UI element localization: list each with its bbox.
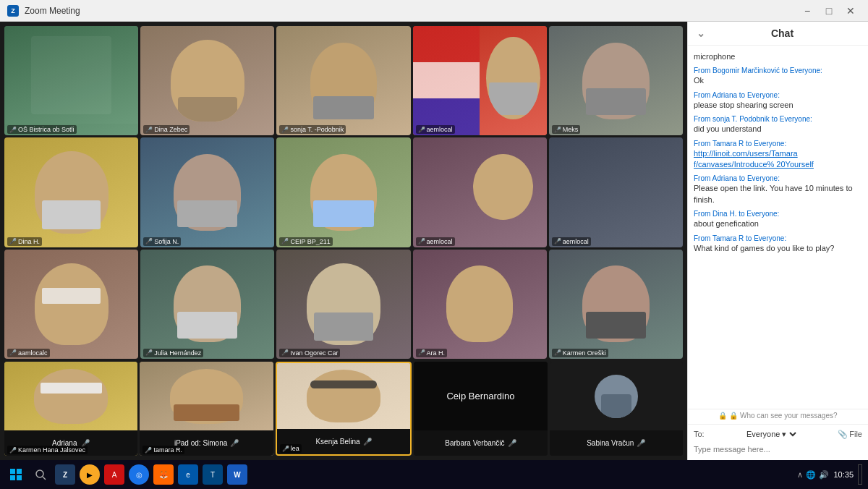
name-v14: Ara H. (427, 349, 446, 357)
name-b1: Karmen Hana Jalsovec (18, 446, 85, 454)
video-cell-v14[interactable]: 🎤 Ara H. (413, 250, 547, 359)
video-cell-b2[interactable]: iPad od: Simona 🎤 🎤 tamara R. (140, 362, 273, 456)
volume-icon[interactable]: 🔊 (819, 470, 829, 480)
mic-bottom-b5: 🎤 (637, 439, 645, 447)
chat-sender-5: From Adriana to Everyone: (694, 174, 862, 182)
video-cell-v12[interactable]: 🎤 Julia Hernández (140, 250, 274, 359)
face-v1 (4, 26, 138, 124)
video-cell-b4[interactable]: Ceip Bernardino Barbara Verbančič 🎤 🎤 (414, 362, 547, 456)
title-bar: Z Zoom Meeting − □ ✕ (0, 0, 868, 22)
bottom-name-b3: Ksenja Belina (315, 438, 359, 446)
svg-rect-1 (17, 469, 22, 474)
video-cell-v2[interactable]: 🎤 Dina Zebec (140, 26, 274, 135)
mic-icon-v8: 🎤 (281, 238, 289, 244)
start-button[interactable] (6, 464, 26, 485)
name-v4: aemlocal (427, 126, 453, 133)
window-controls[interactable]: − □ ✕ (797, 3, 861, 19)
mic-icon-v5: 🎤 (554, 127, 561, 133)
video-cell-v3[interactable]: 🎤 sonja T. -Podobnik (276, 26, 410, 135)
who-sees-row[interactable]: 🔒 🔒 Who can see your messages? (688, 409, 868, 422)
chat-input[interactable] (694, 443, 862, 456)
zoom-taskbar-icon[interactable]: Z (55, 464, 75, 485)
chat-panel: ⌄ Chat microphone From Bogomir Marčinkov… (687, 22, 868, 460)
label-v2: 🎤 Dina Zebec (143, 125, 190, 134)
mic-icon-v10: 🎤 (554, 238, 561, 244)
mic-icon-v1: 🎤 (9, 127, 17, 133)
name-v1: OŠ Bistrica ob Sotli (18, 126, 75, 133)
name-v10: aemlocal (563, 238, 589, 245)
label-v8: 🎤 CEIP BP_211 (279, 237, 332, 246)
video-cell-v6[interactable]: 🎤 Dina H. (4, 137, 138, 247)
name-v2: Dina Zebec (154, 126, 187, 133)
label-v3: 🎤 sonja T. -Podobnik (279, 125, 346, 134)
label-v4: 🎤 aemlocal (416, 125, 455, 134)
video-cell-v9[interactable]: 🎤 aemlocal (413, 137, 547, 247)
app-icon-red[interactable]: A (104, 464, 124, 485)
video-cell-v5[interactable]: 🎤 Meks (549, 26, 683, 135)
mic-bottom-b4: 🎤 (508, 439, 516, 447)
minimize-button[interactable]: − (797, 3, 817, 19)
svg-rect-0 (10, 469, 15, 474)
title-bar-left: Z Zoom Meeting (7, 5, 80, 17)
chat-text-6: about genefication (694, 218, 862, 229)
chat-msg-2: From Adriana to Everyone: please stop sh… (694, 91, 862, 111)
chat-text-4[interactable]: http://linoit.com/users/Tamara f/canvase… (694, 148, 862, 171)
video-cell-v7[interactable]: 🎤 Sofija N. (140, 137, 274, 247)
label-v14: 🎤 Ara H. (416, 349, 448, 357)
video-cell-b3[interactable]: Ksenja Belina 🎤 🎤 lea (276, 362, 412, 456)
label-v15: 🎤 Karmen Oreški (552, 349, 608, 357)
close-button[interactable]: ✕ (841, 3, 861, 19)
chat-text-0: microphone (694, 51, 862, 62)
name-v13: Ivan Ogorec Car (290, 349, 338, 357)
video-cell-b5[interactable]: Sabina Vračun 🎤 🎤 Bogomir Marčinković (550, 362, 683, 456)
sys-tray: ∧ 🌐 🔊 (797, 470, 829, 480)
name-v9: aemlocal (427, 238, 453, 245)
chat-text-2: please stop shearing screen (694, 100, 862, 111)
label-v10: 🎤 aemlocal (552, 237, 591, 246)
show-desktop[interactable] (858, 464, 862, 485)
firefox-icon[interactable]: 🦊 (153, 464, 174, 485)
chrome-icon[interactable]: ◎ (129, 464, 149, 485)
video-cell-v8[interactable]: 🎤 CEIP BP_211 (276, 137, 410, 247)
svg-rect-3 (17, 475, 22, 480)
name-v6: Dina H. (18, 238, 40, 245)
tray-arrow[interactable]: ∧ (797, 470, 803, 480)
mic-icon-v7: 🎤 (145, 238, 153, 244)
search-button[interactable] (30, 464, 51, 485)
maximize-button[interactable]: □ (819, 3, 839, 19)
mic-icon-v12: 🎤 (145, 349, 153, 356)
chat-sender-7: From Tamara R to Everyone: (694, 234, 862, 242)
mic-icon-v9: 🎤 (418, 238, 425, 244)
network-icon[interactable]: 🌐 (806, 470, 816, 480)
video-cell-v15[interactable]: 🎤 Karmen Oreški (549, 250, 683, 359)
video-cell-v11[interactable]: 🎤 aamlocalc (4, 250, 138, 359)
chat-text-1: Ok (694, 75, 862, 86)
word-icon[interactable]: W (227, 464, 247, 485)
vlc-icon[interactable]: ▶ (80, 464, 100, 485)
svg-point-4 (36, 470, 43, 477)
chat-collapse-icon[interactable]: ⌄ (697, 27, 705, 39)
chat-msg-0: microphone (694, 51, 862, 62)
bottom-name-b4: Barbara Verbančič (445, 439, 504, 447)
teams-icon[interactable]: T (203, 464, 223, 485)
video-cell-b1[interactable]: Adriana 🎤 🎤 Karmen Hana Jalsovec (4, 362, 137, 456)
chat-msg-4: From Tamara R to Everyone: http://linoit… (694, 140, 862, 171)
video-cell-v10[interactable]: 🎤 aemlocal (549, 137, 683, 247)
video-cell-v4[interactable]: 🎤 aemlocal (413, 26, 547, 135)
edge-icon[interactable]: e (178, 464, 198, 485)
chat-to-select[interactable]: Everyone ▾ (744, 429, 799, 439)
mic-bottom-b3: 🎤 (363, 438, 372, 446)
name-v7: Sofija N. (154, 238, 179, 245)
chat-text-7: What kind of games do you like to play? (694, 243, 862, 254)
mic-bottom-b2: 🎤 (230, 439, 239, 447)
chat-file-button[interactable]: 📎 File (838, 430, 862, 439)
name-v3: sonja T. -Podobnik (290, 126, 344, 133)
mic-icon-v11: 🎤 (9, 349, 17, 356)
who-sees-text: 🔒 Who can see your messages? (729, 412, 837, 420)
video-cell-v13[interactable]: 🎤 Ivan Ogorec Car (276, 250, 410, 359)
chat-to-label: To: (694, 430, 705, 438)
mic-icon-v13: 🎤 (281, 349, 289, 356)
chat-title: Chat (771, 27, 793, 39)
video-cell-v1[interactable]: 🎤 OŠ Bistrica ob Sotli (4, 26, 138, 135)
main-container: 🎤 OŠ Bistrica ob Sotli 🎤 Dina Zebec (0, 22, 868, 460)
